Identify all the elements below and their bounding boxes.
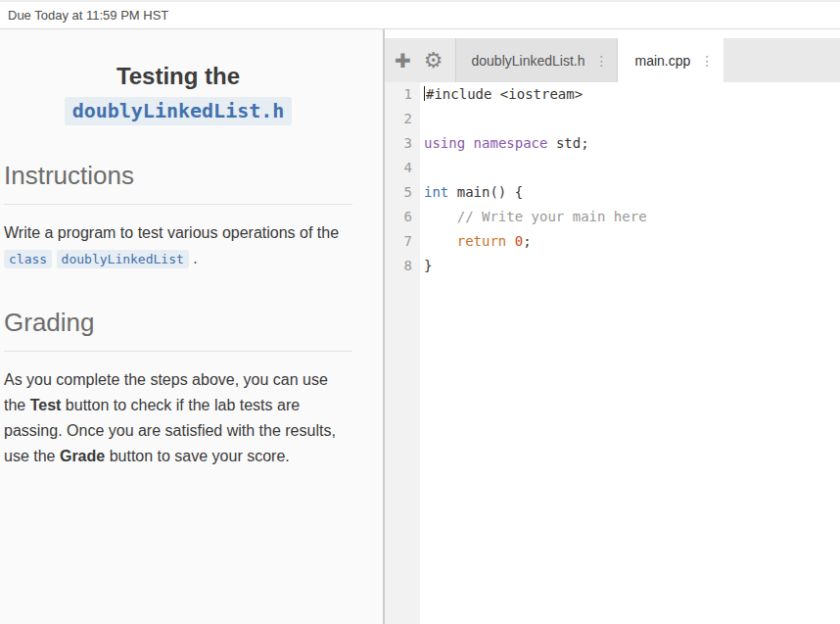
text-run: Write a program to test various operatio… (4, 224, 339, 241)
code-token (506, 233, 514, 249)
grading-paragraph: As you complete the steps above, you can… (4, 367, 352, 469)
line-number: 6 (385, 205, 412, 229)
line-number: 3 (385, 131, 412, 156)
line-number: 1 (385, 82, 412, 107)
line-number-gutter: 12345678 (385, 82, 420, 624)
code-token: } (424, 258, 432, 273)
line-number: 2 (385, 107, 412, 131)
code-line[interactable] (424, 156, 840, 180)
code-token: return (457, 233, 507, 249)
code-token: 0 (515, 233, 523, 249)
line-number: 4 (385, 156, 412, 180)
assignment-title-code: doublyLinkedList.h (65, 97, 293, 125)
tabbar-actions: ✚ ⚙ (385, 38, 455, 82)
text-cursor (424, 86, 425, 101)
main-split: Testing the doublyLinkedList.h Instructi… (0, 29, 840, 624)
text-run (52, 250, 56, 266)
instructions-panel: Testing the doublyLinkedList.h Instructi… (0, 29, 385, 624)
tab-label: main.cpp (634, 53, 690, 69)
tab-menu-icon[interactable]: ⋮ (594, 54, 608, 68)
add-file-icon[interactable]: ✚ (395, 49, 411, 72)
code-line[interactable]: return 0; (424, 229, 840, 254)
tab-doublyLinkedList.h[interactable]: doublyLinkedList.h⋮ (455, 38, 619, 82)
code-token (424, 233, 457, 249)
app-window: Due Today at 11:59 PM HST Testing the do… (0, 0, 840, 624)
instructions-paragraph: Write a program to test various operatio… (4, 220, 352, 272)
code-token: // Write your main here (457, 209, 647, 224)
line-number: 7 (385, 229, 412, 254)
inline-code: doublyLinkedList (57, 250, 189, 268)
tab-list: doublyLinkedList.h⋮main.cpp⋮ (455, 38, 724, 82)
settings-gear-icon[interactable]: ⚙ (424, 48, 443, 73)
assignment-title-code-row: doublyLinkedList.h (4, 92, 352, 125)
code-line[interactable]: #include <iostream> (424, 82, 840, 107)
tab-menu-icon[interactable]: ⋮ (700, 54, 714, 68)
due-date-text: Due Today at 11:59 PM HST (8, 8, 168, 23)
tabbar-top-gap (385, 29, 840, 38)
assignment-title: Testing the doublyLinkedList.h (4, 61, 352, 125)
code-line[interactable]: // Write your main here (424, 205, 840, 229)
code-token: #include <iostream> (426, 86, 583, 102)
line-number: 5 (385, 180, 412, 205)
editor-panel: ✚ ⚙ doublyLinkedList.h⋮main.cpp⋮ 1234567… (385, 29, 840, 624)
bold-text: Grade (60, 448, 105, 464)
line-number: 8 (385, 254, 412, 278)
code-line[interactable]: int main() { (424, 180, 840, 205)
assignment-title-text: Testing the (4, 61, 352, 92)
tab-label: doublyLinkedList.h (472, 53, 585, 69)
text-run: . (189, 250, 198, 266)
grading-heading: Grading (4, 308, 352, 352)
code-token: main() { (448, 184, 523, 200)
code-line[interactable]: } (424, 254, 840, 278)
text-run: button to save your score. (105, 448, 290, 464)
editor-tabbar: ✚ ⚙ doublyLinkedList.h⋮main.cpp⋮ (385, 38, 840, 82)
code-editor[interactable]: 12345678 #include <iostream>using namesp… (385, 82, 840, 624)
code-token (424, 209, 457, 224)
code-token: namespace (474, 135, 548, 151)
code-token: int (424, 184, 448, 200)
code-token: using (424, 135, 465, 151)
instructions-heading: Instructions (4, 161, 352, 205)
tab-main.cpp[interactable]: main.cpp⋮ (618, 38, 723, 82)
code-line[interactable] (424, 107, 840, 131)
code-content[interactable]: #include <iostream>using namespace std;i… (420, 82, 840, 624)
code-token (465, 135, 473, 151)
inline-code: class (4, 250, 52, 268)
bold-text: Test (30, 397, 62, 413)
code-line[interactable]: using namespace std; (424, 131, 840, 156)
code-token: std; (547, 135, 588, 151)
code-token: ; (523, 233, 531, 249)
due-date-bar: Due Today at 11:59 PM HST (0, 0, 840, 29)
